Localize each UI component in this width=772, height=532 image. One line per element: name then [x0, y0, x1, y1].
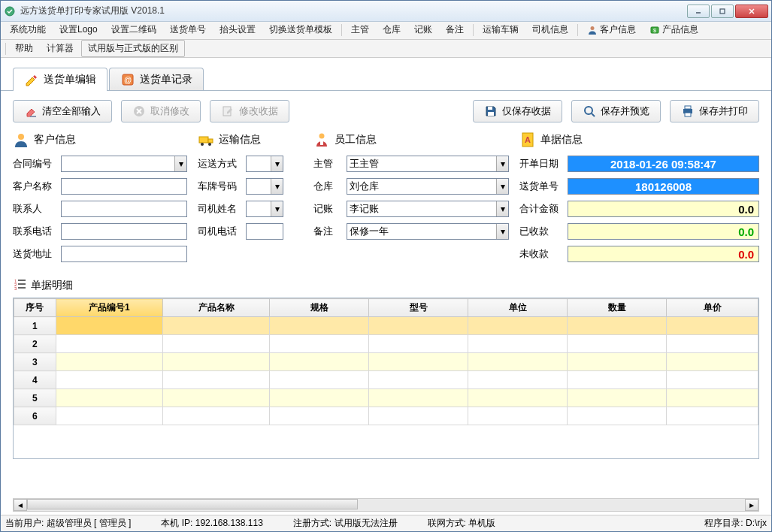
- cell[interactable]: [468, 371, 568, 389]
- column-header[interactable]: 产品名称: [162, 299, 269, 317]
- menu-delivery-no[interactable]: 送货单号: [164, 22, 212, 38]
- cell[interactable]: [468, 317, 568, 335]
- date-value[interactable]: 2018-01-26 09:58:47: [568, 156, 759, 172]
- clear-button[interactable]: 清空全部输入: [13, 100, 112, 122]
- close-button[interactable]: [735, 5, 768, 18]
- cell[interactable]: [369, 317, 468, 335]
- remark-combo[interactable]: 保修一年▾: [347, 223, 509, 240]
- save-print-button[interactable]: 保存并打印: [670, 100, 759, 122]
- table-row[interactable]: 2: [14, 335, 758, 353]
- menu-vehicle[interactable]: 运输车辆: [477, 22, 525, 38]
- table-row[interactable]: 4: [14, 371, 758, 389]
- chevron-down-icon[interactable]: ▾: [271, 156, 283, 171]
- cell[interactable]: [56, 335, 162, 353]
- menu-driver[interactable]: 司机信息: [526, 22, 574, 38]
- cell[interactable]: [162, 353, 269, 371]
- paid-value[interactable]: 0.0: [568, 223, 759, 240]
- cell[interactable]: [270, 371, 369, 389]
- chevron-down-icon[interactable]: ▾: [496, 201, 508, 216]
- cell[interactable]: [270, 353, 369, 371]
- cancel-button[interactable]: 取消修改: [121, 100, 201, 122]
- cell[interactable]: [56, 389, 162, 407]
- menu-trial-diff[interactable]: 试用版与正式版的区别: [81, 40, 185, 57]
- cell[interactable]: [56, 317, 162, 335]
- scroll-right-button[interactable]: ▸: [745, 499, 758, 511]
- column-header[interactable]: 型号: [369, 299, 468, 317]
- plate-combo[interactable]: ▾: [246, 178, 283, 195]
- menu-qrcode[interactable]: 设置二维码: [105, 22, 162, 38]
- cell[interactable]: [56, 353, 162, 371]
- column-header[interactable]: 单价: [667, 299, 758, 317]
- cell[interactable]: [56, 407, 162, 425]
- cell[interactable]: [162, 317, 269, 335]
- menu-calculator[interactable]: 计算器: [41, 41, 80, 56]
- save-preview-button[interactable]: 保存并预览: [571, 100, 661, 122]
- menu-warehouse[interactable]: 仓库: [377, 22, 407, 38]
- table-row[interactable]: 5: [14, 389, 758, 407]
- cell[interactable]: [667, 371, 758, 389]
- modify-button[interactable]: 修改收据: [210, 100, 289, 122]
- cell[interactable]: [369, 389, 468, 407]
- cell[interactable]: [667, 335, 758, 353]
- scroll-thumb[interactable]: [27, 499, 358, 509]
- cell[interactable]: [468, 407, 568, 425]
- cell[interactable]: [568, 389, 667, 407]
- cell[interactable]: [162, 389, 269, 407]
- column-header[interactable]: 规格: [270, 299, 369, 317]
- menu-customer-info[interactable]: 客户信息: [581, 22, 642, 38]
- cell[interactable]: [468, 335, 568, 353]
- menu-accountant[interactable]: 记账: [408, 22, 438, 38]
- cell[interactable]: [270, 407, 369, 425]
- chevron-down-icon[interactable]: ▾: [496, 156, 508, 171]
- horizontal-scrollbar[interactable]: ◂ ▸: [13, 498, 759, 512]
- cell[interactable]: [270, 317, 369, 335]
- menu-system[interactable]: 系统功能: [4, 22, 52, 38]
- contact-input[interactable]: [61, 201, 187, 217]
- driver-phone-input[interactable]: [246, 223, 283, 240]
- maximize-button[interactable]: [711, 5, 734, 18]
- menu-help[interactable]: 帮助: [9, 41, 39, 56]
- cell[interactable]: [468, 389, 568, 407]
- cell[interactable]: [667, 353, 758, 371]
- ship-method-combo[interactable]: ▾: [246, 156, 283, 172]
- cell[interactable]: [369, 407, 468, 425]
- cell[interactable]: [468, 353, 568, 371]
- menu-remark[interactable]: 备注: [440, 22, 470, 38]
- cell[interactable]: [667, 317, 758, 335]
- detail-grid[interactable]: 序号产品编号1产品名称规格型号单位数量单价 123456: [13, 298, 759, 459]
- cell[interactable]: [369, 335, 468, 353]
- table-row[interactable]: 1: [14, 317, 758, 335]
- tab-edit[interactable]: 送货单编辑: [13, 68, 107, 91]
- menu-template[interactable]: 切换送货单模板: [263, 22, 338, 38]
- table-row[interactable]: 3: [14, 353, 758, 371]
- delivery-no-value[interactable]: 180126008: [568, 178, 759, 195]
- chevron-down-icon[interactable]: ▾: [271, 179, 283, 194]
- cell[interactable]: [369, 371, 468, 389]
- warehouse-combo[interactable]: 刘仓库▾: [347, 178, 509, 195]
- cell[interactable]: [270, 389, 369, 407]
- cell[interactable]: [568, 335, 667, 353]
- cell[interactable]: [162, 335, 269, 353]
- column-header[interactable]: 序号: [14, 299, 56, 317]
- chevron-down-icon[interactable]: ▾: [271, 201, 283, 216]
- menu-product-info[interactable]: $ 产品信息: [643, 22, 704, 38]
- minimize-button[interactable]: [687, 5, 710, 18]
- cell[interactable]: [270, 335, 369, 353]
- cell[interactable]: [568, 371, 667, 389]
- menu-header[interactable]: 抬头设置: [213, 22, 262, 38]
- chevron-down-icon[interactable]: ▾: [174, 156, 186, 171]
- contract-no-combo[interactable]: ▾: [61, 156, 187, 172]
- cell[interactable]: [667, 407, 758, 425]
- tab-records[interactable]: @ 送货单记录: [109, 68, 204, 90]
- cell[interactable]: [568, 407, 667, 425]
- cell[interactable]: [369, 353, 468, 371]
- scroll-track[interactable]: [27, 499, 745, 511]
- address-input[interactable]: [61, 246, 187, 262]
- accountant-combo[interactable]: 李记账▾: [347, 201, 509, 217]
- chevron-down-icon[interactable]: ▾: [496, 224, 508, 239]
- cell[interactable]: [568, 317, 667, 335]
- menu-supervisor[interactable]: 主管: [345, 22, 375, 38]
- phone-input[interactable]: [61, 223, 187, 240]
- cell[interactable]: [56, 371, 162, 389]
- column-header[interactable]: 单位: [468, 299, 568, 317]
